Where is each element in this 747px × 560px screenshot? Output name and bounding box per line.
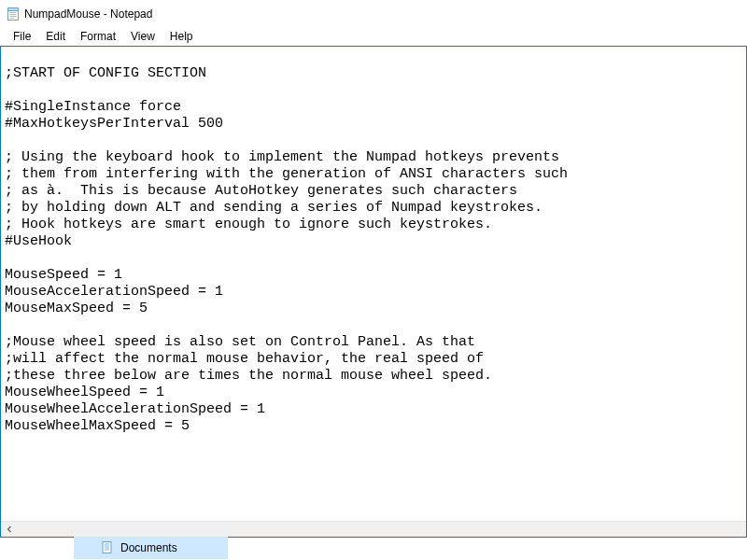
explorer-nav-documents[interactable]: Documents (74, 537, 228, 559)
explorer-nav-panel: Documents Downloads Music (74, 537, 228, 560)
svg-rect-9 (8, 7, 19, 10)
menubar: File Edit Format View Help (0, 27, 747, 46)
scroll-left-icon[interactable] (1, 522, 17, 538)
documents-icon (100, 540, 115, 555)
titlebar[interactable]: NumpadMouse - Notepad (0, 0, 747, 27)
window-title: NumpadMouse - Notepad (24, 7, 152, 21)
menu-format[interactable]: Format (73, 28, 123, 45)
editor-frame: ;START OF CONFIG SECTION #SingleInstance… (0, 46, 747, 538)
menu-file[interactable]: File (6, 28, 38, 45)
svg-rect-0 (103, 542, 111, 553)
notepad-window: NumpadMouse - Notepad File Edit Format V… (0, 0, 747, 538)
notepad-app-icon (6, 7, 21, 21)
menu-view[interactable]: View (123, 28, 162, 45)
explorer-nav-label: Documents (120, 541, 177, 554)
menu-edit[interactable]: Edit (38, 28, 73, 45)
text-editor[interactable]: ;START OF CONFIG SECTION #SingleInstance… (1, 47, 746, 521)
horizontal-scrollbar[interactable] (1, 521, 746, 537)
menu-help[interactable]: Help (162, 28, 201, 45)
